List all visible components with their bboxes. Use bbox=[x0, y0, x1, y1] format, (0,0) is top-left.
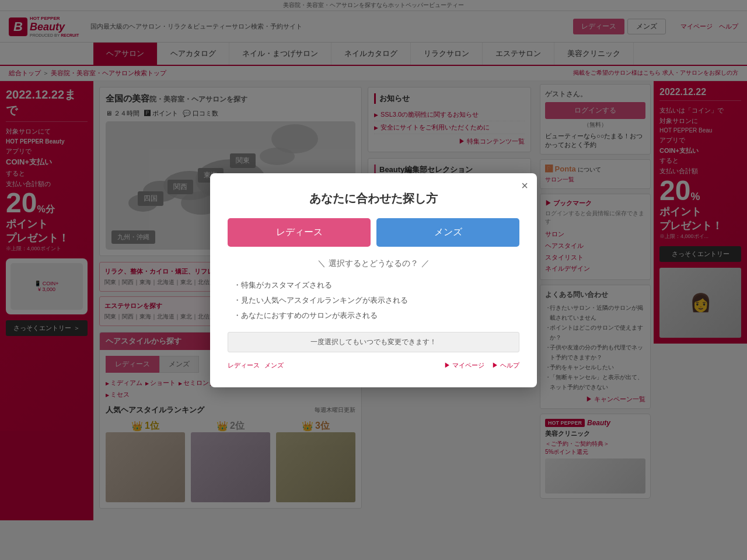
modal-footer-help[interactable]: ▶ ヘルプ bbox=[492, 362, 519, 369]
modal-mens-button[interactable]: メンズ bbox=[376, 218, 519, 247]
modal-title: あなたに合わせた探し方 bbox=[228, 191, 519, 206]
modal-footer: レディース メンズ ▶ マイページ ▶ ヘルプ bbox=[228, 361, 519, 370]
modal-footer-mens[interactable]: メンズ bbox=[264, 361, 284, 370]
modal-footer-nav: ▶ マイページ ▶ ヘルプ bbox=[444, 361, 519, 370]
modal-ladies-button[interactable]: レディース bbox=[228, 218, 371, 247]
modal-benefit-2: 見たい人気ヘアスタイルランキングが表示される bbox=[233, 293, 519, 308]
modal-dialog: × あなたに合わせた探し方 レディース メンズ 選択するとどうなるの？ 特集がカ… bbox=[210, 173, 537, 387]
modal-info: 一度選択してもいつでも変更できます！ bbox=[228, 332, 519, 352]
modal-close-button[interactable]: × bbox=[521, 179, 528, 192]
modal-question: 選択するとどうなるの？ bbox=[228, 258, 519, 269]
modal-gender-buttons: レディース メンズ bbox=[228, 218, 519, 247]
modal-benefits: 特集がカスタマイズされる 見たい人気ヘアスタイルランキングが表示される あなたに… bbox=[228, 278, 519, 323]
modal-benefit-3: あなたにおすすめのサロンが表示される bbox=[233, 308, 519, 323]
modal-footer-mypage[interactable]: ▶ マイページ bbox=[444, 362, 484, 369]
modal-footer-ladies[interactable]: レディース bbox=[228, 361, 260, 370]
modal-benefit-1: 特集がカスタマイズされる bbox=[233, 278, 519, 293]
modal-footer-links: レディース メンズ bbox=[228, 361, 284, 370]
modal-overlay[interactable]: × あなたに合わせた探し方 レディース メンズ 選択するとどうなるの？ 特集がカ… bbox=[0, 0, 747, 520]
